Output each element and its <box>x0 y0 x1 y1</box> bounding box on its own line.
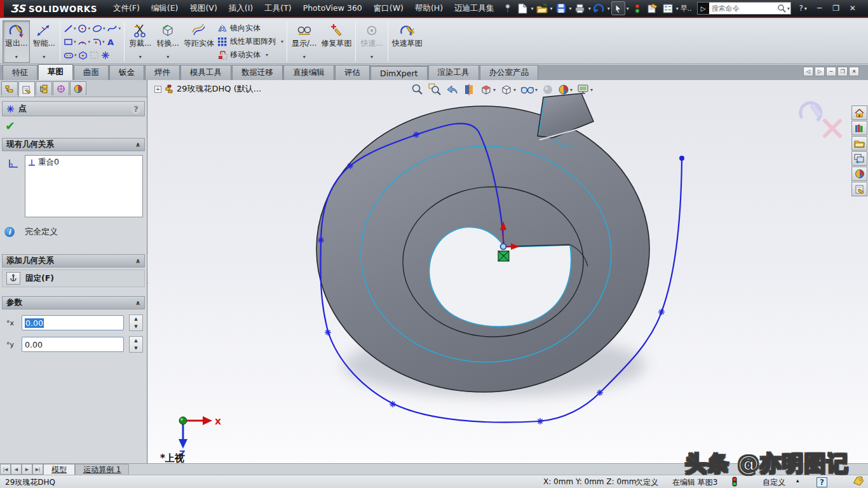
y-coordinate-field[interactable]: 0.00 <box>22 337 124 352</box>
options-caret[interactable]: ▾ <box>676 6 679 11</box>
mirror-entities-button[interactable]: 镜向实体 <box>217 22 283 35</box>
trim-caret[interactable]: ▾ <box>139 53 142 62</box>
select-tool-button[interactable] <box>611 1 625 15</box>
move-entities-caret[interactable]: ▾ <box>266 52 268 58</box>
text-tool[interactable]: A <box>105 35 116 48</box>
tab-dimxpert[interactable]: DimXpert <box>370 66 428 80</box>
design-library-button[interactable] <box>851 121 867 135</box>
sketch-fillet-tool[interactable]: ▾ <box>92 35 105 48</box>
tab-sheet-metal[interactable]: 钣金 <box>109 65 144 80</box>
search-box[interactable]: ▷ ▾ <box>697 2 791 15</box>
model-viewport[interactable]: X Z *上视 <box>148 80 868 463</box>
menu-view[interactable]: 视图(V) <box>184 0 222 17</box>
collapse-chevron-icon[interactable]: ∧ <box>135 257 140 264</box>
search-icon[interactable] <box>777 4 787 13</box>
file-explorer-button[interactable] <box>851 136 867 151</box>
relation-item-coincident[interactable]: 重合0 <box>28 157 140 168</box>
tab-data-migration[interactable]: 数据迁移 <box>232 65 283 80</box>
zoom-fit-button[interactable] <box>410 83 425 97</box>
model-tab[interactable]: 模型 <box>43 464 75 475</box>
open-file-caret[interactable]: ▾ <box>550 6 553 11</box>
search-caret[interactable]: ▾ <box>787 6 790 11</box>
spline-point-marker[interactable] <box>390 401 396 407</box>
trim-entities-button[interactable]: 剪裁... ▾ <box>126 20 154 63</box>
existing-relations-header[interactable]: 现有几何关系 ∧ <box>2 138 145 151</box>
display-relations-caret[interactable]: ▾ <box>303 53 306 62</box>
close-button[interactable]: ✕ <box>844 2 861 15</box>
spline-endpoint[interactable] <box>679 156 684 161</box>
relations-listbox[interactable]: 重合0 <box>25 155 143 217</box>
pm-ok-button[interactable]: ✔ <box>5 119 20 133</box>
tree-expand-icon[interactable]: + <box>154 86 161 93</box>
last-tab-button[interactable]: ▶| <box>32 464 43 475</box>
x-spinner[interactable]: ▲▼ <box>129 315 143 331</box>
file-properties-button[interactable] <box>646 1 660 15</box>
line-tool[interactable]: ▾ <box>63 22 77 35</box>
open-file-button[interactable] <box>535 1 549 15</box>
tab-sketch[interactable]: 草图 <box>38 64 73 80</box>
menu-photoview[interactable]: PhotoView 360 <box>297 0 368 17</box>
linear-pattern-caret[interactable]: ▾ <box>281 39 283 44</box>
feature-tree-flyout[interactable]: + 29玫瑰花DHQ (默认... <box>154 83 261 95</box>
help-button[interactable]: ?▾ <box>795 2 811 15</box>
doc-restore-button[interactable]: ❐ <box>837 67 848 76</box>
smart-dimension-button[interactable]: 智能... ▾ <box>30 20 57 63</box>
select-caret[interactable]: ▾ <box>627 6 629 11</box>
tab-surfaces[interactable]: 曲面 <box>74 65 109 80</box>
selected-point[interactable] <box>501 244 506 250</box>
spline-point-marker[interactable] <box>597 390 603 396</box>
menu-insert[interactable]: 插入(I) <box>223 0 259 17</box>
spline-point-marker[interactable] <box>658 309 665 315</box>
point-tool[interactable] <box>100 48 111 62</box>
centerpoint-arc-tool[interactable]: ▾ <box>77 35 91 48</box>
configuration-manager-tab[interactable] <box>36 81 52 95</box>
graphics-area[interactable]: X Z *上视 + 29玫瑰花DHQ (默认... ▾ ▾ ▾ ▾ <box>148 80 868 463</box>
polygon-tool[interactable] <box>78 48 88 62</box>
convert-entities-button[interactable]: 转换... ▾ <box>154 20 181 63</box>
status-custom-dropdown[interactable]: 自定义 <box>763 477 785 488</box>
rebuild-traffic-light-icon[interactable] <box>630 1 644 15</box>
document-tree-label[interactable]: 29玫瑰花DHQ (默认... <box>177 83 261 95</box>
options-button[interactable] <box>661 1 675 15</box>
restore-button[interactable]: ❐ <box>828 2 844 15</box>
tab-evaluate[interactable]: 评估 <box>335 65 370 80</box>
dimxpert-manager-tab[interactable] <box>53 81 69 95</box>
print-caret[interactable]: ▾ <box>588 6 591 11</box>
move-entities-button[interactable]: 移动实体 ▾ <box>217 48 283 62</box>
display-relations-button[interactable]: 显示/... ▾ <box>289 20 320 63</box>
tab-direct-editing[interactable]: 直接编辑 <box>283 65 334 80</box>
menu-edit[interactable]: 编辑(E) <box>146 0 184 17</box>
property-manager-tab[interactable] <box>18 81 35 97</box>
status-tag-icon[interactable] <box>853 477 864 488</box>
new-file-caret[interactable]: ▾ <box>531 6 534 11</box>
spline-point-marker[interactable] <box>325 329 331 336</box>
tab-features[interactable]: 特征 <box>3 65 37 80</box>
corner-rectangle-tool[interactable]: ▾ <box>63 35 77 48</box>
repair-sketch-button[interactable]: 修复草图 <box>319 20 353 63</box>
collapse-chevron-icon[interactable]: ∧ <box>135 299 140 306</box>
tab-mold-tools[interactable]: 模具工具 <box>180 65 231 80</box>
minimize-button[interactable]: ─ <box>811 2 828 15</box>
spline-point-marker[interactable] <box>318 237 324 243</box>
new-file-button[interactable] <box>516 1 530 15</box>
zoom-area-button[interactable] <box>427 83 442 97</box>
display-style-button[interactable]: ▾ <box>499 83 517 97</box>
collapse-chevron-icon[interactable]: ∧ <box>135 141 140 148</box>
fixed-relation-button[interactable]: 固定(F) <box>2 269 145 287</box>
convert-caret[interactable]: ▾ <box>166 53 169 62</box>
save-caret[interactable]: ▾ <box>569 6 572 11</box>
smart-dimension-caret[interactable]: ▾ <box>43 53 45 62</box>
prev-tab-button[interactable]: ◀ <box>11 464 22 475</box>
undo-button[interactable] <box>592 1 606 15</box>
status-help-icon[interactable]: ? <box>817 477 827 487</box>
truncated-toolbar-item[interactable]: 早.. <box>681 4 692 13</box>
linear-pattern-button[interactable]: 线性草图阵列 ▾ <box>217 35 283 48</box>
hide-show-items-button[interactable]: ▾ <box>519 83 539 97</box>
tab-render-tools[interactable]: 渲染工具 <box>428 65 479 80</box>
menu-maidi-tools[interactable]: 迈迪工具集 <box>449 0 500 17</box>
view-settings-button[interactable]: ▾ <box>576 83 594 97</box>
apply-scene-button[interactable]: ▾ <box>557 83 574 97</box>
circle-tool[interactable]: ▾ <box>77 22 91 35</box>
menu-window[interactable]: 窗口(W) <box>368 0 409 17</box>
add-relations-header[interactable]: 添加几何关系 ∧ <box>2 254 145 268</box>
